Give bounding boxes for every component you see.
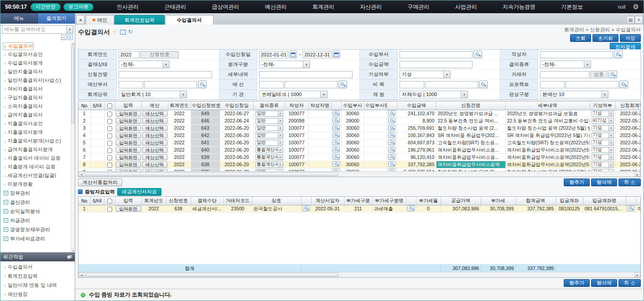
income-add-row-button[interactable]: 행추가 xyxy=(564,179,590,186)
approval-status-select[interactable]: -전체- ▼ xyxy=(119,61,170,68)
row-checkbox[interactable] xyxy=(107,155,112,160)
writer-input[interactable] xyxy=(540,51,613,58)
sidebar-menu-item[interactable]: ›일반지출결의서(사업소) xyxy=(3,76,70,85)
sidebar-menu-item[interactable]: ›일반지출결의서 xyxy=(3,67,70,76)
topbar-menu-item[interactable]: 급상여관리 xyxy=(212,3,239,11)
invoice-merge-button[interactable]: 계산서통합처리 xyxy=(78,179,122,186)
extend-time-button[interactable]: 시간연장 xyxy=(31,3,61,11)
decision-cell-select[interactable]: 일반▼ xyxy=(255,111,283,117)
decision-cell-select[interactable]: 통합계산서▼ xyxy=(255,147,283,153)
select-budget-button[interactable]: 예산선택 xyxy=(142,118,167,124)
scroll-right-icon[interactable]: ▶ xyxy=(634,272,640,277)
open-input-screen-button[interactable]: 입력화면 xyxy=(116,147,141,153)
income-grid-scrollbar[interactable]: ◀ ▶ xyxy=(78,171,640,177)
open-input-screen-button[interactable]: 입력화면 xyxy=(116,118,141,124)
topbar-menu-item[interactable]: 인사관리 xyxy=(117,3,139,11)
cell-search-button[interactable] xyxy=(388,147,395,153)
sidebar-group-item[interactable]: +자금관리 xyxy=(3,216,70,225)
income-dept-input[interactable] xyxy=(400,51,473,58)
scroll-left-icon[interactable]: ◀ xyxy=(78,272,84,277)
topbar-menu-item[interactable]: 예산관리 xyxy=(265,3,287,11)
sidebar-scrollbar[interactable]: ▲ ▼ xyxy=(71,41,75,252)
budget-search-button[interactable] xyxy=(338,81,347,88)
tab-menu[interactable]: 메뉴 xyxy=(0,13,38,24)
grid-row[interactable]: 6입력화면예산선택20226402022-06-20통합계산서▼10007730… xyxy=(78,146,640,153)
sidebar-menu-item[interactable]: ›수입결의서 xyxy=(3,42,34,50)
tab-account-voucher-entry[interactable]: 회계전표입력 xyxy=(114,15,165,25)
sidebar-group-item[interactable]: +장부관리 xyxy=(3,189,70,198)
open-input-screen-button[interactable]: 입력화면 xyxy=(116,125,141,131)
sidebar-menu-item[interactable]: ›수입결의서분개 xyxy=(3,59,70,67)
cell-search-button[interactable] xyxy=(388,139,395,145)
select-budget-button[interactable]: 예산선택 xyxy=(142,133,167,138)
scroll-down-icon[interactable]: ▼ xyxy=(71,248,75,252)
topbar-menu-item[interactable]: 근태관리 xyxy=(164,3,186,11)
cell-search-button[interactable] xyxy=(407,205,415,211)
select-all-checkbox[interactable] xyxy=(107,103,112,108)
cell-search-button[interactable] xyxy=(627,205,634,211)
sidebar-menu-item[interactable]: ›지출결의서분개(사업소) xyxy=(3,137,70,145)
decision-cell-select[interactable]: 일반▼ xyxy=(255,140,283,146)
select-budget-button[interactable]: 예산선택 xyxy=(142,125,167,131)
budget-dept-search-button[interactable] xyxy=(198,81,207,88)
row-checkbox[interactable] xyxy=(107,119,112,124)
reset-button[interactable]: 초기화 xyxy=(592,34,618,42)
menu-search-select[interactable]: 메뉴를 검색하세요 ▼ xyxy=(2,25,73,34)
grid-row[interactable]: 1입력화면2022638세금계산서/...23500한국철도공사2022-05-… xyxy=(78,205,640,212)
tab-scroll-left-button[interactable]: ◀ xyxy=(76,15,84,25)
sidebar-group-item[interactable]: +결산관리 xyxy=(3,198,70,207)
sidebar-menu-item[interactable]: ›급여지출결의서분개 xyxy=(3,145,70,154)
topbar-menu-item[interactable]: 회계관리 xyxy=(312,3,334,11)
cell-search-button[interactable] xyxy=(388,161,395,167)
decision-cell-select[interactable]: 일반▼ xyxy=(255,133,283,138)
cell-search-button[interactable] xyxy=(332,117,340,123)
row-checkbox[interactable] xyxy=(107,133,112,138)
income-cancel-button[interactable]: 취 소 xyxy=(618,179,641,186)
row-checkbox[interactable] xyxy=(107,163,112,168)
select-budget-button[interactable]: 예산선택 xyxy=(142,147,167,153)
budget-name-input[interactable] xyxy=(285,81,338,88)
scroll-up-icon[interactable]: ▲ xyxy=(71,41,75,46)
sidebar-group-item[interactable]: +부가세자료관리 xyxy=(3,234,70,243)
row-checkbox[interactable] xyxy=(107,141,112,146)
budget-dept-code-input[interactable] xyxy=(119,81,143,88)
tab-favorites[interactable]: 즐겨찾기 xyxy=(38,13,75,24)
select-budget-button[interactable]: 예산선택 xyxy=(142,154,167,160)
cell-search-button[interactable] xyxy=(332,110,340,116)
chevron-down-icon[interactable]: ▼ xyxy=(66,26,73,33)
topbar-menu-item[interactable]: 기본정보 xyxy=(561,3,583,11)
open-input-screen-button[interactable]: 입력화면 xyxy=(116,162,141,168)
topbar-menu-item[interactable]: 사업관리 xyxy=(455,3,477,11)
decision-cell-select[interactable]: 통합계산서▼ xyxy=(255,154,283,160)
topbar-menu-item[interactable]: 자산관리 xyxy=(360,3,382,11)
vendor-input[interactable] xyxy=(540,71,589,78)
open-input-screen-button[interactable]: 입력화면 xyxy=(116,154,141,160)
tab-main[interactable]: 메인 xyxy=(86,15,114,25)
expense-item-name-input[interactable] xyxy=(425,81,478,88)
scrollbar-thumb[interactable] xyxy=(85,273,338,277)
cell-search-button[interactable] xyxy=(332,132,340,138)
completion-cell-select[interactable]: 기성▼ xyxy=(592,140,614,146)
scrollbar-thumb[interactable] xyxy=(72,46,74,123)
project-code-input[interactable] xyxy=(540,81,565,88)
income-amount-input[interactable] xyxy=(400,61,473,68)
clear-recent-icon[interactable] xyxy=(67,254,73,259)
open-input-screen-button[interactable]: 입력화면 xyxy=(116,140,141,146)
sidebar-menu-item[interactable]: ›여비지출결의서 xyxy=(3,85,70,93)
fund-select[interactable]: 자체수입 | 1000 ▼ xyxy=(400,91,468,98)
completion-cell-select[interactable]: 기성▼ xyxy=(592,125,614,131)
select-budget-button[interactable]: 예산선택 xyxy=(142,111,167,117)
refresh-icon[interactable]: ↻ xyxy=(128,28,133,36)
request-date-from-input[interactable] xyxy=(259,51,288,58)
evidence-add-row-button[interactable]: 행추가 xyxy=(564,279,590,287)
grid-row[interactable]: 3입력화면예산선택20226432022-06-20일반▼10007730060… xyxy=(78,124,640,132)
expense-item-code-input[interactable] xyxy=(400,81,424,88)
evidence-delete-row-button[interactable]: 행삭제 xyxy=(591,279,617,287)
cell-search-button[interactable] xyxy=(388,125,395,131)
income-dept-search-button[interactable] xyxy=(473,51,482,58)
recent-work-item[interactable]: ›수입결의서 xyxy=(3,262,73,271)
decision-type-select[interactable]: -전체- ▼ xyxy=(540,61,591,68)
request-date-to-input[interactable] xyxy=(302,51,332,58)
select-budget-button[interactable]: 예산선택 xyxy=(142,140,167,146)
budget-type-select[interactable]: 본예산 10 ▼ xyxy=(540,91,608,98)
